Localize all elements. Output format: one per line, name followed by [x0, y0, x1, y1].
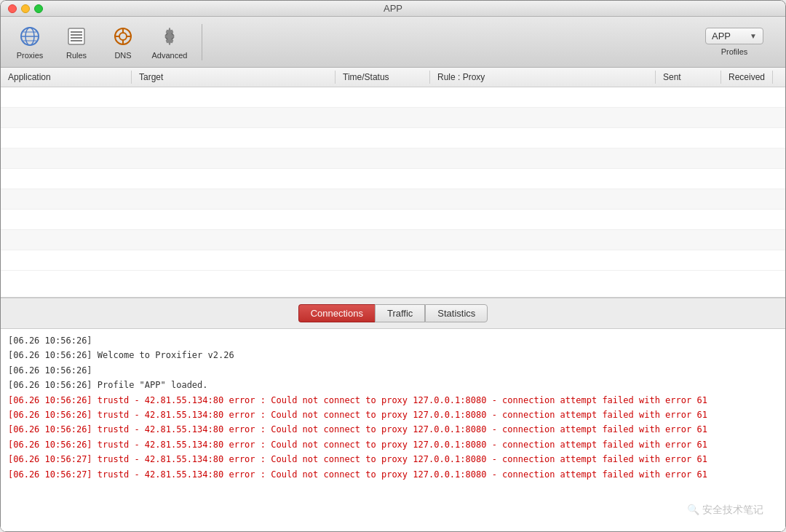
dns-label: DNS	[114, 51, 131, 60]
log-line: [06.26 10:56:26]	[8, 333, 778, 348]
toolbar-item-dns[interactable]: DNS	[101, 20, 145, 64]
chevron-down-icon: ▼	[750, 32, 757, 40]
header-target: Target	[132, 71, 336, 84]
profile-value: APP	[712, 31, 731, 41]
connections-table: Application Target Time/Status Rule : Pr…	[1, 68, 785, 298]
globe-icon	[18, 25, 41, 48]
table-row	[1, 250, 785, 271]
advanced-label: Advanced	[152, 51, 188, 60]
table-row	[1, 169, 785, 189]
maximize-button[interactable]	[34, 4, 43, 13]
svg-point-11	[119, 33, 127, 40]
titlebar: APP	[1, 1, 785, 17]
tab-statistics[interactable]: Statistics	[425, 304, 488, 322]
table-row	[1, 189, 785, 210]
gear-icon	[158, 25, 181, 48]
minimize-button[interactable]	[21, 4, 30, 13]
toolbar-item-proxies[interactable]: Proxies	[8, 20, 52, 64]
log-line: [06.26 10:56:26] trustd - 42.81.55.134:8…	[8, 408, 778, 422]
toolbar: Proxies Rules	[1, 17, 785, 68]
log-line: [06.26 10:56:27] trustd - 42.81.55.134:8…	[8, 467, 778, 482]
window-title: APP	[384, 3, 402, 14]
tab-traffic[interactable]: Traffic	[375, 304, 425, 322]
log-line: [06.26 10:56:26] trustd - 42.81.55.134:8…	[8, 422, 778, 437]
table-row	[1, 108, 785, 128]
svg-rect-5	[68, 28, 84, 44]
table-row	[1, 87, 785, 108]
table-row	[1, 230, 785, 250]
table-row	[1, 128, 785, 148]
proxies-label: Proxies	[17, 51, 44, 60]
tab-bar: Connections Traffic Statistics	[1, 298, 785, 329]
profile-dropdown[interactable]: APP ▼	[705, 28, 763, 44]
rules-icon	[65, 25, 88, 48]
rules-label: Rules	[66, 51, 87, 60]
close-button[interactable]	[8, 4, 17, 13]
table-row	[1, 210, 785, 230]
log-line: [06.26 10:56:26] trustd - 42.81.55.134:8…	[8, 393, 778, 408]
tab-connections[interactable]: Connections	[298, 304, 375, 322]
window-controls	[8, 4, 43, 13]
toolbar-item-rules[interactable]: Rules	[55, 20, 98, 64]
header-ruleproxy: Rule : Proxy	[430, 71, 656, 84]
profiles-label: Profiles	[721, 47, 748, 56]
header-timestatus: Time/Status	[336, 71, 430, 84]
profile-section: APP ▼ Profiles	[705, 28, 763, 56]
header-received: Received	[721, 71, 773, 84]
table-row	[1, 148, 785, 169]
toolbar-separator	[202, 24, 202, 60]
table-rows	[1, 87, 785, 271]
header-sent: Sent	[656, 71, 721, 84]
dns-icon	[111, 25, 135, 48]
log-area[interactable]: [06.26 10:56:26][06.26 10:56:26] Welcome…	[1, 329, 785, 532]
table-header: Application Target Time/Status Rule : Pr…	[1, 68, 785, 87]
log-line: [06.26 10:56:26] Welcome to Proxifier v2…	[8, 348, 778, 362]
log-line: [06.26 10:56:26] Profile "APP" loaded.	[8, 378, 778, 392]
log-line: [06.26 10:56:26]	[8, 363, 778, 378]
log-line: [06.26 10:56:26] trustd - 42.81.55.134:8…	[8, 437, 778, 452]
toolbar-item-advanced[interactable]: Advanced	[148, 20, 191, 64]
header-application: Application	[1, 71, 132, 84]
main-content: Application Target Time/Status Rule : Pr…	[1, 68, 785, 532]
log-line: [06.26 10:56:27] trustd - 42.81.55.134:8…	[8, 452, 778, 467]
